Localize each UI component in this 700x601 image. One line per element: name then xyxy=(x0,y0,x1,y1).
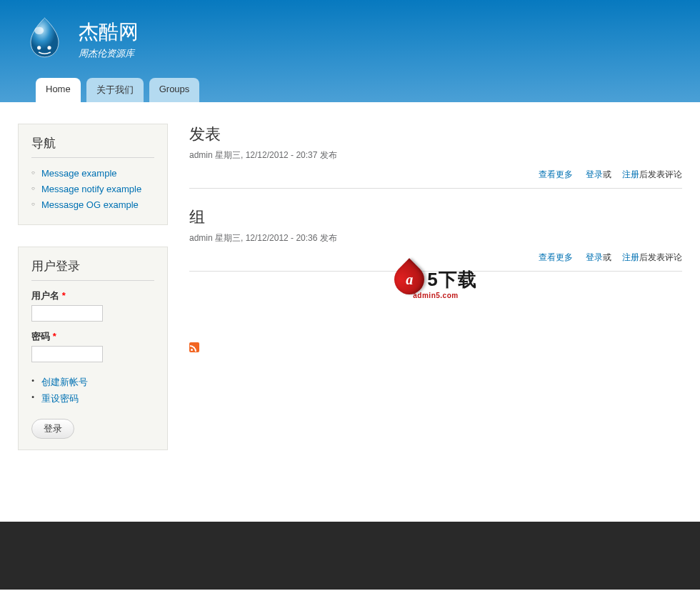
login-block: 用户登录 用户名 * 密码 * 创建新帐号 重设密码 登录 xyxy=(18,247,168,450)
node-item: 发表 admin 星期三, 12/12/2012 - 20:37 发布 查看更多… xyxy=(189,124,682,189)
logo-icon[interactable] xyxy=(21,14,68,64)
site-branding: 杰酷网 周杰伦资源库 xyxy=(21,11,679,78)
footer-dark xyxy=(0,522,700,590)
rss-icon[interactable] xyxy=(189,342,199,352)
main-content: 发表 admin 星期三, 12/12/2012 - 20:37 发布 查看更多… xyxy=(189,124,682,472)
site-slogan: 周杰伦资源库 xyxy=(79,47,139,60)
sidebar: 导航 Message example Message notify exampl… xyxy=(18,124,168,472)
read-more-link[interactable]: 查看更多 xyxy=(539,252,573,262)
nav-link-message-notify[interactable]: Message notify example xyxy=(41,184,141,194)
navigation-block: 导航 Message example Message notify exampl… xyxy=(18,124,168,225)
password-input[interactable] xyxy=(31,346,103,362)
login-link[interactable]: 登录 xyxy=(586,252,603,262)
svg-point-2 xyxy=(47,46,51,49)
node-title[interactable]: 组 xyxy=(189,207,682,228)
login-title: 用户登录 xyxy=(31,258,154,281)
svg-point-0 xyxy=(34,27,44,34)
divider xyxy=(189,271,682,272)
nav-link-message-og[interactable]: Messasge OG example xyxy=(41,199,139,210)
create-account-link[interactable]: 创建新帐号 xyxy=(41,377,88,387)
divider xyxy=(189,188,682,189)
register-link[interactable]: 注册 xyxy=(622,252,639,262)
read-more-link[interactable]: 查看更多 xyxy=(539,169,573,179)
tab-about[interactable]: 关于我们 xyxy=(86,78,144,102)
node-meta: admin 星期三, 12/12/2012 - 20:36 发布 xyxy=(189,232,682,244)
footer-credit: Powered by Drupal xyxy=(0,590,700,601)
header: 杰酷网 周杰伦资源库 Home 关于我们 Groups xyxy=(0,0,700,102)
tab-home[interactable]: Home xyxy=(36,78,81,102)
login-link[interactable]: 登录 xyxy=(586,169,603,179)
navigation-title: 导航 xyxy=(31,135,154,158)
node-meta: admin 星期三, 12/12/2012 - 20:37 发布 xyxy=(189,149,682,162)
reset-password-link[interactable]: 重设密码 xyxy=(41,393,79,404)
login-button[interactable]: 登录 xyxy=(31,419,74,439)
register-link[interactable]: 注册 xyxy=(622,169,639,179)
nav-tabs: Home 关于我们 Groups xyxy=(21,78,679,102)
username-input[interactable] xyxy=(31,305,103,322)
node-links: 查看更多 登录或注册后发表评论 xyxy=(189,169,682,181)
password-label: 密码 * xyxy=(31,330,154,343)
site-name[interactable]: 杰酷网 xyxy=(79,19,139,46)
node-item: 组 admin 星期三, 12/12/2012 - 20:36 发布 查看更多 … xyxy=(189,207,682,272)
watermark-sub: admin5.com xyxy=(189,292,682,299)
svg-point-1 xyxy=(37,46,41,49)
node-title[interactable]: 发表 xyxy=(189,124,682,145)
nav-link-message-example[interactable]: Message example xyxy=(41,168,117,179)
tab-groups[interactable]: Groups xyxy=(149,78,200,102)
node-links: 查看更多 登录或注册后发表评论 xyxy=(189,252,682,264)
username-label: 用户名 * xyxy=(31,289,154,302)
